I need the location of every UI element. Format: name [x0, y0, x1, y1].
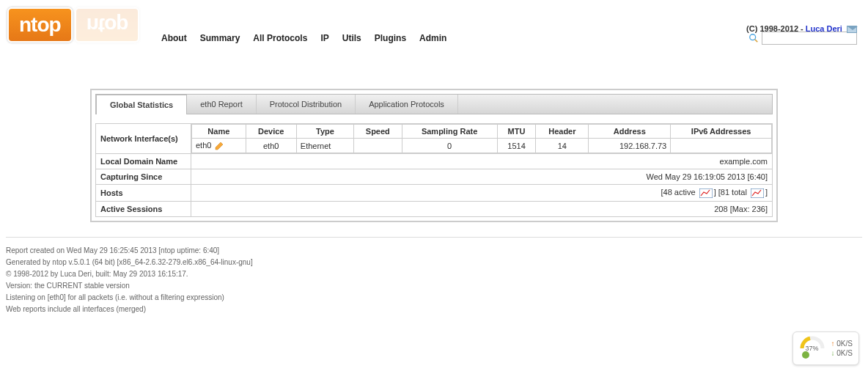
iface-name[interactable]: eth0 — [196, 141, 211, 150]
stats-table: Network Interface(s) Name Device Type Sp… — [95, 123, 773, 217]
iface-th-speed: Speed — [354, 125, 402, 139]
local-domain-label: Local Domain Name — [96, 154, 191, 169]
iface-ipv6 — [671, 139, 772, 153]
hosts-active: [48 active — [661, 188, 697, 197]
iface-speed — [354, 139, 402, 153]
logo-container: ntop ntop — [7, 6, 139, 43]
hosts-label: Hosts — [96, 185, 191, 202]
iface-device: eth0 — [246, 139, 296, 153]
hosts-end: ] — [765, 188, 768, 197]
brand-logo-reflection: ntop — [75, 7, 140, 43]
iface-mtu: 1514 — [497, 139, 536, 153]
sessions-label: Active Sessions — [96, 201, 191, 216]
footer-line: Report created on Wed May 29 16:25:45 20… — [6, 245, 862, 257]
tab-application-protocols[interactable]: Application Protocols — [356, 95, 458, 114]
sessions-value: 208 [Max: 236] — [191, 201, 773, 216]
interfaces-label: Network Interface(s) — [96, 124, 191, 154]
nav-summary[interactable]: Summary — [200, 33, 240, 43]
svg-point-0 — [750, 34, 756, 40]
iface-th-mtu: MTU — [497, 125, 536, 139]
iface-sampling: 0 — [402, 139, 497, 153]
search-container — [749, 32, 857, 45]
separator — [6, 237, 862, 238]
capturing-since-value: Wed May 29 16:19:05 2013 [6:40] — [191, 169, 773, 185]
capturing-since-label: Capturing Since — [96, 169, 191, 185]
tab-bar: Global Statistics eth0 Report Protocol D… — [95, 94, 773, 114]
pencil-icon[interactable] — [215, 142, 224, 150]
nav-utils[interactable]: Utils — [342, 33, 361, 43]
iface-th-sampling: Sampling Rate — [402, 125, 497, 139]
tab-protocol-distribution[interactable]: Protocol Distribution — [257, 95, 356, 114]
footer-line: Web reports include all interfaces (merg… — [6, 304, 862, 315]
tab-global-statistics[interactable]: Global Statistics — [96, 95, 187, 114]
search-input[interactable] — [762, 32, 857, 45]
interface-row: eth0 eth0 Ethernet 0 1514 14 192.168.7.7… — [192, 139, 772, 153]
iface-header: 14 — [536, 139, 589, 153]
hosts-total-sep: ] [81 total — [714, 188, 749, 197]
chart-icon[interactable] — [699, 188, 713, 198]
interfaces-table: Name Device Type Speed Sampling Rate MTU… — [191, 124, 772, 153]
main-panel: Global Statistics eth0 Report Protocol D… — [90, 89, 778, 222]
mail-icon[interactable] — [847, 26, 857, 33]
iface-th-ipv6: IPv6 Addresses — [671, 125, 772, 139]
iface-th-address: Address — [589, 125, 671, 139]
iface-type: Ethernet — [296, 139, 353, 153]
nav-ip[interactable]: IP — [320, 33, 328, 43]
svg-line-1 — [755, 40, 758, 43]
chart-icon[interactable] — [751, 188, 764, 198]
copyright: (C) 1998-2012 - Luca Deri — [746, 6, 857, 33]
nav-all-protocols[interactable]: All Protocols — [253, 33, 307, 43]
footer-line: Generated by ntop v.5.0.1 (64 bit) [x86_… — [6, 257, 862, 268]
tab-eth0-report[interactable]: eth0 Report — [187, 95, 256, 114]
iface-th-device: Device — [246, 125, 296, 139]
local-domain-value: example.com — [191, 154, 773, 169]
iface-address: 192.168.7.73 — [589, 139, 671, 153]
main-nav: About Summary All Protocols IP Utils Plu… — [161, 33, 446, 43]
hosts-value: [48 active ] [81 total ] — [191, 185, 773, 202]
footer-line: Version: the CURRENT stable version — [6, 280, 862, 292]
brand-logo[interactable]: ntop — [7, 7, 73, 43]
iface-th-name: Name — [192, 125, 246, 139]
search-icon[interactable] — [749, 33, 759, 43]
footer-line: © 1998-2012 by Luca Deri, built: May 29 … — [6, 268, 862, 280]
nav-about[interactable]: About — [161, 33, 187, 43]
iface-th-type: Type — [296, 125, 353, 139]
footer-block: Report created on Wed May 29 16:25:45 20… — [0, 245, 868, 324]
iface-th-header: Header — [536, 125, 589, 139]
nav-admin[interactable]: Admin — [419, 33, 446, 43]
footer-line: Listening on [eth0] for all packets (i.e… — [6, 292, 862, 304]
nav-plugins[interactable]: Plugins — [375, 33, 406, 43]
